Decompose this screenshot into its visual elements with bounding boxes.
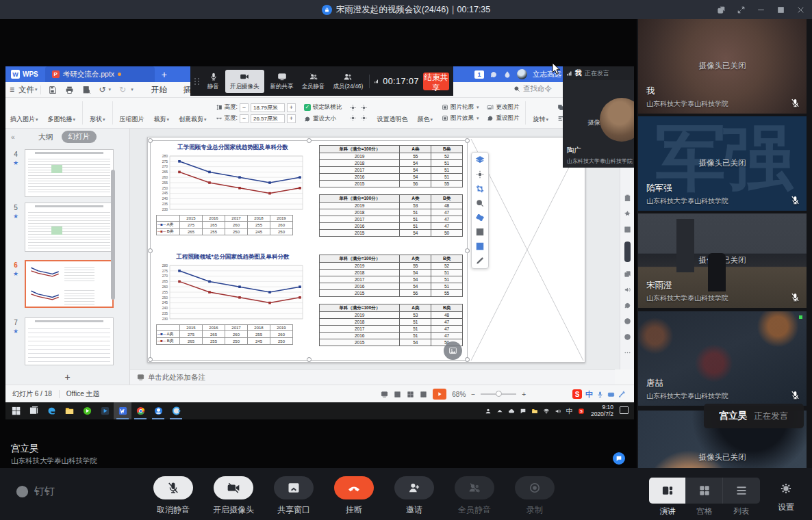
- c-browser-taskbar-button[interactable]: [167, 402, 185, 419]
- panel-scrollbar[interactable]: [111, 170, 115, 300]
- new-tab-button[interactable]: +: [155, 69, 174, 80]
- task-view-taskbar-button[interactable]: [25, 402, 42, 419]
- height-field[interactable]: 18.79厘米: [251, 103, 285, 112]
- start-taskbar-button[interactable]: [7, 402, 25, 419]
- picture-effects-button[interactable]: 图片效果▾: [442, 114, 479, 122]
- width-plus-button[interactable]: +: [287, 114, 296, 123]
- sorter-view-icon[interactable]: [407, 391, 414, 398]
- mute-all-button[interactable]: 全员静音: [300, 70, 327, 92]
- selection-handle[interactable]: [148, 138, 153, 143]
- volume-icon[interactable]: [555, 408, 561, 415]
- frame-icon[interactable]: [475, 227, 485, 237]
- popout-icon[interactable]: [717, 5, 726, 14]
- wps-taskbar-button[interactable]: [114, 402, 131, 419]
- hangup-button[interactable]: 挂断: [324, 476, 384, 516]
- file-explorer-taskbar-button[interactable]: [60, 402, 78, 419]
- zoom-out-button[interactable]: −: [471, 391, 475, 398]
- contrast-icon[interactable]: [475, 170, 485, 179]
- more-icon[interactable]: [624, 349, 631, 356]
- sogou-icon[interactable]: S: [572, 389, 582, 399]
- slide-thumbnail[interactable]: 7★: [10, 317, 114, 365]
- zoom-icon[interactable]: [475, 198, 485, 208]
- rotate-button[interactable]: 旋转▾: [528, 102, 553, 124]
- hamburger-icon[interactable]: ≡: [5, 85, 18, 94]
- selection-handle[interactable]: [148, 248, 153, 253]
- end-share-button[interactable]: 结束共享: [423, 73, 449, 90]
- clock[interactable]: 9:10 2020/7/2: [591, 404, 613, 417]
- account-avatar[interactable]: [517, 69, 527, 79]
- zoom-slider[interactable]: [481, 393, 516, 395]
- mute-button[interactable]: 静音: [205, 70, 221, 92]
- selection-handle[interactable]: [465, 357, 470, 362]
- file-menu[interactable]: 文件: [18, 85, 34, 95]
- reset-picture-button[interactable]: 重设图片: [487, 114, 519, 122]
- grid-icon[interactable]: [475, 242, 485, 251]
- camera-off-button[interactable]: 开启摄像头: [203, 476, 264, 516]
- brightness-contrast-buttons[interactable]: [346, 104, 372, 122]
- ime-toolbox-icon[interactable]: [618, 391, 626, 398]
- ime-toolbar[interactable]: S 中: [572, 387, 626, 402]
- outline-tab[interactable]: 大纲: [38, 132, 53, 142]
- collapse-panel-button[interactable]: «: [11, 133, 15, 141]
- tab-home[interactable]: 开始: [143, 85, 175, 95]
- selection-handle[interactable]: [307, 357, 312, 362]
- share-window-button[interactable]: 共享窗口: [264, 476, 324, 516]
- chat-button[interactable]: [613, 452, 625, 465]
- refresh-icon[interactable]: [624, 302, 631, 309]
- height-plus-button[interactable]: +: [287, 103, 296, 112]
- change-picture-button[interactable]: 更改图片: [487, 103, 519, 112]
- close-icon[interactable]: [796, 5, 805, 14]
- save-icon[interactable]: [48, 86, 57, 94]
- message-badge[interactable]: 1: [474, 70, 484, 79]
- selection-handle[interactable]: [465, 138, 470, 143]
- height-minus-button[interactable]: −: [240, 103, 249, 112]
- record-button[interactable]: 录制: [505, 476, 565, 516]
- normal-view-icon[interactable]: [394, 391, 401, 398]
- participant-tile[interactable]: 军强摄像头已关闭隋军强山东科技大学泰山科技学院: [638, 116, 807, 211]
- video-player-taskbar-button[interactable]: [96, 402, 114, 419]
- maximize-icon[interactable]: [776, 5, 785, 14]
- color-button[interactable]: 颜色▾: [412, 102, 437, 124]
- paste-icon[interactable]: [624, 194, 631, 202]
- zoom-in-button[interactable]: +: [522, 391, 526, 398]
- slide-thumbnail[interactable]: 6★: [10, 260, 114, 308]
- reading-view-icon[interactable]: [420, 391, 427, 398]
- floating-meeting-controls[interactable]: 静音 开启摄像头 新的共享 全员静音 成员(24/46) 00:17:07 结束…: [190, 66, 453, 96]
- slide-thumbnail[interactable]: 4★: [10, 149, 114, 197]
- folder-icon[interactable]: [531, 408, 538, 415]
- ime-indicator[interactable]: 中: [566, 406, 573, 416]
- creative-crop-button[interactable]: 创意裁剪▾: [174, 102, 212, 124]
- floating-object-toolbar[interactable]: [471, 152, 489, 269]
- strip-scrollbar[interactable]: [624, 242, 631, 262]
- print-icon[interactable]: [65, 86, 74, 94]
- thumbnail-preview[interactable]: [25, 317, 114, 365]
- camera-on-button[interactable]: 开启摄像头: [225, 70, 264, 93]
- view-speaker-view[interactable]: [649, 478, 686, 504]
- compress-picture-button[interactable]: 压缩图片: [115, 102, 149, 124]
- multi-carousel-button[interactable]: 多图轮播▾: [43, 102, 81, 124]
- minimize-icon[interactable]: [757, 5, 765, 14]
- action-center-icon[interactable]: [620, 406, 629, 414]
- panel-icon[interactable]: [624, 226, 631, 233]
- sync-icon[interactable]: [490, 70, 498, 79]
- ime-keyboard-icon[interactable]: [607, 391, 615, 398]
- volume-icon[interactable]: [624, 286, 631, 294]
- slide-thumbnail[interactable]: 5★: [10, 203, 114, 252]
- mic-muted-button[interactable]: 取消静音: [143, 476, 203, 516]
- sogou-icon[interactable]: S: [578, 408, 585, 415]
- effects-icon[interactable]: [475, 213, 485, 222]
- slide[interactable]: 工学照顾专业总分国家线趋势图及单科分数280275270265260255250…: [147, 137, 585, 363]
- reset-size-button[interactable]: 重设大小: [304, 115, 342, 123]
- slideshow-button[interactable]: [433, 389, 446, 400]
- view-list-view[interactable]: [723, 478, 760, 504]
- qq-app-taskbar-button[interactable]: [149, 402, 167, 419]
- insert-picture-button[interactable]: 插入图片▾: [5, 102, 43, 124]
- preview-icon[interactable]: [82, 86, 91, 94]
- picture-outline-button[interactable]: 图片轮廓▾: [442, 103, 479, 112]
- mute-all-button[interactable]: 全员静音: [444, 476, 505, 516]
- pages-icon[interactable]: [624, 270, 631, 278]
- wps-document-tab[interactable]: P 考研交流会.pptx: [45, 66, 155, 82]
- crop-button[interactable]: 裁剪▾: [149, 102, 175, 124]
- transparent-color-button[interactable]: 设置透明色: [372, 102, 412, 124]
- new-share-button[interactable]: 新的共享: [268, 70, 296, 92]
